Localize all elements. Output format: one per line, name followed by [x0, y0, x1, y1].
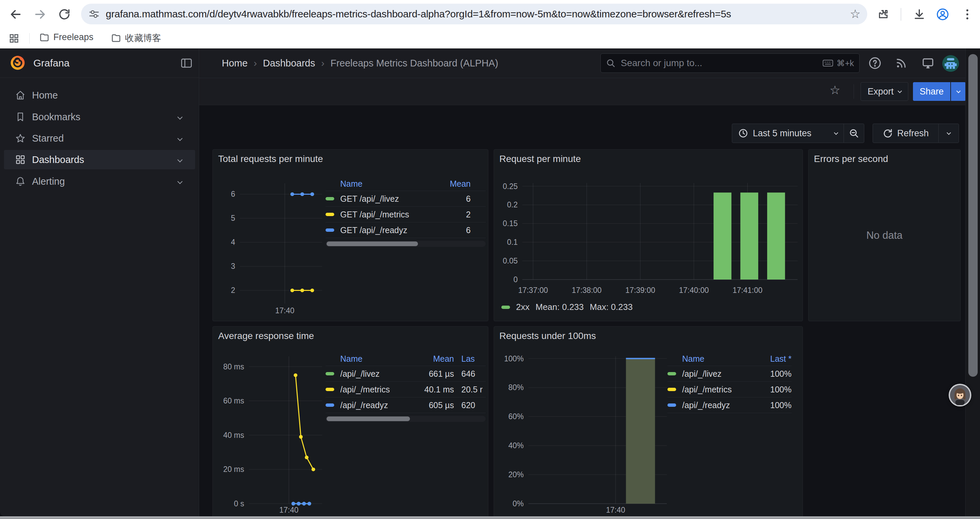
search-input[interactable]	[620, 57, 822, 69]
legend-row[interactable]: GET /api/_/readyz6	[326, 222, 486, 238]
legend-col-name[interactable]: Name	[682, 354, 751, 364]
legend-scrollbar[interactable]	[326, 241, 486, 247]
favorite-star-icon[interactable]: ☆	[830, 84, 840, 96]
back-button[interactable]	[6, 5, 25, 24]
svg-text:40%: 40%	[508, 441, 524, 450]
sidebar-item-starred[interactable]: Starred	[4, 129, 195, 148]
url-bar[interactable]: grafana.mathmast.com/d/deytv4rwavabkb/fr…	[81, 4, 867, 24]
browser-menu-button[interactable]	[958, 5, 977, 24]
legend[interactable]: 2xx Mean: 0.233 Max: 0.233	[501, 302, 633, 312]
svg-text:17:39:00: 17:39:00	[625, 286, 655, 295]
legend-col-name[interactable]: Name	[340, 179, 431, 189]
chevron-down-icon	[947, 131, 951, 135]
svg-text:80%: 80%	[508, 383, 524, 392]
legend-col[interactable]: Las	[454, 354, 486, 364]
share-button[interactable]: Share	[913, 82, 950, 101]
series-name[interactable]: 2xx	[516, 302, 529, 312]
legend-col-name[interactable]: Name	[340, 354, 404, 364]
legend-scrollbar-thumb[interactable]	[326, 241, 418, 246]
sidebar-item-label: Bookmarks	[32, 112, 178, 123]
breadcrumb-home[interactable]: Home	[222, 58, 248, 69]
profile-button[interactable]	[933, 5, 952, 24]
grafana-logo[interactable]	[10, 55, 25, 70]
sidebar: Grafana Home Bookmarks Starred Dashboard…	[0, 48, 199, 516]
dashboard-actions-row: ☆ Export Share	[199, 78, 965, 105]
sidebar-item-home[interactable]: Home	[4, 86, 195, 105]
svg-text:5: 5	[231, 214, 235, 222]
svg-text:0.25: 0.25	[503, 182, 518, 191]
clock-icon	[738, 128, 748, 138]
bookmark-star-icon[interactable]: ☆	[850, 8, 861, 20]
panel-requests-under-100ms: Requests under 100ms 0%20%40%60%80%100%1…	[494, 326, 803, 519]
reload-button[interactable]	[55, 5, 74, 24]
time-range-picker[interactable]: Last 5 minutes	[732, 124, 844, 143]
forward-button[interactable]	[31, 5, 49, 24]
assistant-avatar[interactable]	[949, 384, 971, 406]
legend-row[interactable]: GET /api/_/livez6	[326, 191, 486, 206]
series-value: 661 µs	[404, 369, 454, 379]
series-pill	[667, 404, 676, 407]
help-button[interactable]	[865, 54, 884, 72]
site-info-icon[interactable]	[88, 8, 100, 20]
chart-request-per-minute[interactable]: 00.050.10.150.20.2517:37:0017:38:0017:39…	[494, 150, 803, 321]
legend-rows: GET /api/_/livez6GET /api/_/metrics2GET …	[326, 191, 486, 238]
legend-row[interactable]: /api/_/metrics40.1 ms20.5 r	[326, 382, 486, 397]
search-box[interactable]: ⌘+k	[600, 53, 859, 73]
legend-col[interactable]: Last *	[751, 354, 792, 364]
series-value: 100%	[751, 401, 792, 410]
export-button[interactable]: Export	[861, 82, 908, 101]
svg-text:60%: 60%	[508, 412, 524, 421]
user-avatar	[942, 55, 959, 72]
extensions-button[interactable]	[874, 5, 892, 24]
series-pill	[326, 197, 334, 200]
downloads-button[interactable]	[910, 5, 929, 24]
scrollbar-thumb[interactable]	[968, 54, 978, 377]
page-scrollbar[interactable]	[965, 48, 980, 516]
legend-scrollbar-thumb[interactable]	[326, 417, 410, 421]
bookmark-label: 收藏博客	[125, 32, 161, 44]
series-value: 620	[454, 401, 486, 410]
legend-row[interactable]: /api/_/readyz605 µs620	[326, 397, 486, 413]
series-name: /api/_/metrics	[682, 385, 751, 394]
brand-name[interactable]: Grafana	[33, 57, 69, 69]
search-shortcut: ⌘+k	[822, 58, 854, 68]
share-menu-button[interactable]	[951, 82, 966, 101]
sidebar-item-label: Home	[32, 90, 195, 101]
bookmark-item-blogs[interactable]: 收藏博客	[111, 32, 161, 44]
bookmark-item-freeleaps[interactable]: Freeleaps	[39, 32, 94, 42]
svg-text:4: 4	[231, 238, 235, 246]
legend-rows: /api/_/livez661 µs646/api/_/metrics40.1 …	[326, 366, 486, 413]
dock-sidebar-icon[interactable]	[181, 58, 192, 68]
user-menu-button[interactable]	[942, 55, 959, 72]
legend-col[interactable]: Mean	[431, 179, 471, 189]
breadcrumb-dashboards[interactable]: Dashboards	[263, 58, 315, 69]
chevron-down-icon	[834, 131, 838, 135]
refresh-interval-button[interactable]	[938, 124, 959, 143]
refresh-button[interactable]: Refresh	[873, 124, 939, 143]
profile-icon	[936, 8, 949, 21]
url-text[interactable]: grafana.mathmast.com/d/deytv4rwavabkb/fr…	[106, 8, 850, 20]
chevron-down-icon	[177, 179, 183, 184]
monitor-icon	[922, 57, 934, 69]
legend-table: NameLast */api/_/livez100%/api/_/metrics…	[667, 352, 792, 413]
svg-text:0 s: 0 s	[234, 499, 244, 508]
bookmark-label: Freeleaps	[53, 32, 94, 42]
legend-row[interactable]: /api/_/readyz100%	[667, 397, 792, 413]
legend-row[interactable]: /api/_/livez661 µs646	[326, 366, 486, 382]
home-icon	[15, 90, 25, 100]
display-button[interactable]	[919, 54, 937, 72]
apps-grid-button[interactable]	[5, 29, 23, 48]
series-value: 6	[431, 194, 471, 204]
zoom-out-button[interactable]	[843, 124, 864, 143]
news-button[interactable]	[892, 54, 911, 72]
legend-scrollbar[interactable]	[326, 416, 486, 422]
legend-row[interactable]: /api/_/metrics100%	[667, 382, 792, 397]
sidebar-item-bookmarks[interactable]: Bookmarks	[4, 107, 195, 126]
legend-col[interactable]: Mean	[404, 354, 454, 364]
sidebar-item-alerting[interactable]: Alerting	[4, 172, 195, 191]
series-value: 605 µs	[404, 401, 454, 410]
legend-row[interactable]: GET /api/_/metrics2	[326, 206, 486, 222]
breadcrumb: Home › Dashboards › Freeleaps Metrics Da…	[222, 48, 498, 78]
sidebar-item-dashboards[interactable]: Dashboards	[4, 150, 195, 169]
legend-row[interactable]: /api/_/livez100%	[667, 366, 792, 382]
